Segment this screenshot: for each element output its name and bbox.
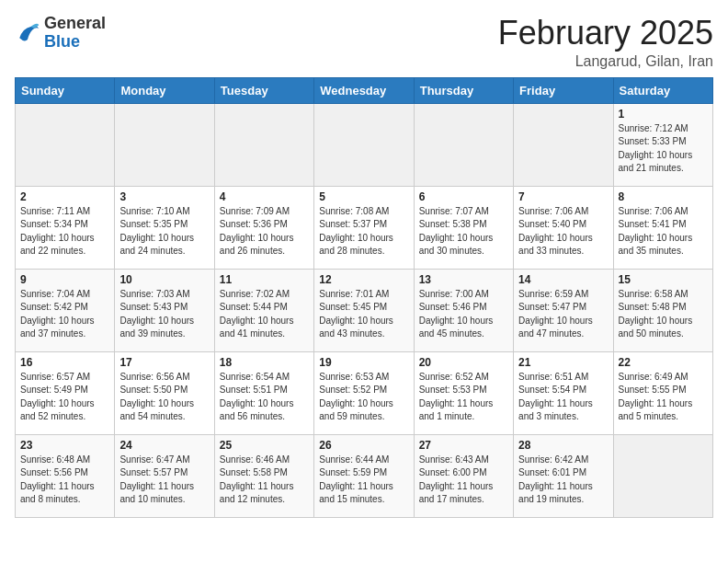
day-info: Sunrise: 7:07 AM Sunset: 5:38 PM Dayligh… (419, 205, 508, 259)
calendar-cell (414, 103, 513, 186)
week-row-5: 23Sunrise: 6:48 AM Sunset: 5:56 PM Dayli… (16, 434, 713, 517)
week-row-2: 2Sunrise: 7:11 AM Sunset: 5:34 PM Daylig… (16, 186, 713, 269)
calendar-cell (514, 103, 613, 186)
day-number: 5 (319, 190, 408, 203)
calendar-cell: 5Sunrise: 7:08 AM Sunset: 5:37 PM Daylig… (314, 186, 414, 269)
day-info: Sunrise: 6:51 AM Sunset: 5:54 PM Dayligh… (518, 371, 608, 424)
day-info: Sunrise: 6:44 AM Sunset: 5:59 PM Dayligh… (319, 454, 408, 507)
day-number: 2 (20, 190, 109, 203)
calendar-cell: 12Sunrise: 7:01 AM Sunset: 5:45 PM Dayli… (314, 269, 414, 351)
day-info: Sunrise: 7:04 AM Sunset: 5:42 PM Dayligh… (20, 288, 109, 341)
day-info: Sunrise: 7:06 AM Sunset: 5:40 PM Dayligh… (518, 205, 608, 259)
day-info: Sunrise: 6:49 AM Sunset: 5:55 PM Dayligh… (619, 371, 708, 424)
calendar-cell: 9Sunrise: 7:04 AM Sunset: 5:42 PM Daylig… (16, 269, 115, 351)
day-info: Sunrise: 7:12 AM Sunset: 5:33 PM Dayligh… (619, 122, 708, 176)
calendar-cell (115, 103, 214, 186)
day-info: Sunrise: 6:52 AM Sunset: 5:53 PM Dayligh… (419, 371, 508, 424)
calendar-cell: 13Sunrise: 7:00 AM Sunset: 5:46 PM Dayli… (414, 269, 513, 351)
day-number: 25 (220, 439, 309, 452)
day-info: Sunrise: 6:54 AM Sunset: 5:51 PM Dayligh… (220, 371, 309, 424)
day-info: Sunrise: 7:00 AM Sunset: 5:46 PM Dayligh… (419, 288, 508, 341)
calendar-cell: 19Sunrise: 6:53 AM Sunset: 5:52 PM Dayli… (314, 351, 414, 434)
month-year-title: February 2025 (498, 15, 713, 52)
calendar-cell: 17Sunrise: 6:56 AM Sunset: 5:50 PM Dayli… (115, 351, 214, 434)
calendar-cell: 18Sunrise: 6:54 AM Sunset: 5:51 PM Dayli… (214, 351, 313, 434)
logo-bird-icon (15, 20, 40, 46)
calendar-cell: 4Sunrise: 7:09 AM Sunset: 5:36 PM Daylig… (214, 186, 313, 269)
header-sunday: Sunday (16, 77, 115, 103)
day-info: Sunrise: 6:58 AM Sunset: 5:48 PM Dayligh… (619, 288, 708, 341)
calendar-cell: 22Sunrise: 6:49 AM Sunset: 5:55 PM Dayli… (613, 351, 712, 434)
calendar-cell: 10Sunrise: 7:03 AM Sunset: 5:43 PM Dayli… (115, 269, 214, 351)
calendar-cell: 11Sunrise: 7:02 AM Sunset: 5:44 PM Dayli… (214, 269, 313, 351)
header-saturday: Saturday (613, 77, 712, 103)
title-block: February 2025 Langarud, Gilan, Iran (498, 15, 713, 70)
calendar-cell: 6Sunrise: 7:07 AM Sunset: 5:38 PM Daylig… (414, 186, 513, 269)
calendar-header-row: SundayMondayTuesdayWednesdayThursdayFrid… (16, 77, 713, 103)
day-number: 10 (119, 273, 209, 286)
day-info: Sunrise: 7:10 AM Sunset: 5:35 PM Dayligh… (119, 205, 209, 259)
calendar-cell: 23Sunrise: 6:48 AM Sunset: 5:56 PM Dayli… (16, 434, 115, 517)
day-number: 22 (619, 356, 708, 369)
calendar-table: SundayMondayTuesdayWednesdayThursdayFrid… (15, 77, 713, 518)
header-thursday: Thursday (414, 77, 513, 103)
calendar-cell (314, 103, 414, 186)
week-row-1: 1Sunrise: 7:12 AM Sunset: 5:33 PM Daylig… (16, 103, 713, 186)
day-info: Sunrise: 6:47 AM Sunset: 5:57 PM Dayligh… (119, 454, 209, 507)
day-number: 12 (319, 273, 408, 286)
day-info: Sunrise: 6:43 AM Sunset: 6:00 PM Dayligh… (419, 454, 508, 507)
day-info: Sunrise: 7:06 AM Sunset: 5:41 PM Dayligh… (619, 205, 708, 259)
day-number: 19 (319, 356, 408, 369)
calendar-cell: 27Sunrise: 6:43 AM Sunset: 6:00 PM Dayli… (414, 434, 513, 517)
day-info: Sunrise: 7:01 AM Sunset: 5:45 PM Dayligh… (319, 288, 408, 341)
day-info: Sunrise: 6:46 AM Sunset: 5:58 PM Dayligh… (220, 454, 309, 507)
header-friday: Friday (514, 77, 613, 103)
day-number: 18 (220, 356, 309, 369)
calendar-cell: 24Sunrise: 6:47 AM Sunset: 5:57 PM Dayli… (115, 434, 214, 517)
calendar-cell (613, 434, 712, 517)
day-number: 26 (319, 439, 408, 452)
week-row-4: 16Sunrise: 6:57 AM Sunset: 5:49 PM Dayli… (16, 351, 713, 434)
day-info: Sunrise: 7:02 AM Sunset: 5:44 PM Dayligh… (220, 288, 309, 341)
calendar-cell (214, 103, 313, 186)
day-info: Sunrise: 6:59 AM Sunset: 5:47 PM Dayligh… (518, 288, 608, 341)
calendar-cell: 2Sunrise: 7:11 AM Sunset: 5:34 PM Daylig… (16, 186, 115, 269)
calendar-cell: 20Sunrise: 6:52 AM Sunset: 5:53 PM Dayli… (414, 351, 513, 434)
day-number: 9 (20, 273, 109, 286)
calendar-cell: 16Sunrise: 6:57 AM Sunset: 5:49 PM Dayli… (16, 351, 115, 434)
day-number: 1 (619, 108, 708, 121)
day-number: 14 (518, 273, 608, 286)
day-number: 6 (419, 190, 508, 203)
header-wednesday: Wednesday (314, 77, 414, 103)
day-info: Sunrise: 6:48 AM Sunset: 5:56 PM Dayligh… (20, 454, 109, 507)
page-header: General Blue February 2025 Langarud, Gil… (15, 15, 713, 70)
day-number: 23 (20, 439, 109, 452)
header-monday: Monday (115, 77, 214, 103)
logo-text: General Blue (44, 15, 106, 52)
day-number: 16 (20, 356, 109, 369)
calendar-cell (16, 103, 115, 186)
day-info: Sunrise: 6:42 AM Sunset: 6:01 PM Dayligh… (518, 454, 608, 507)
calendar-cell: 7Sunrise: 7:06 AM Sunset: 5:40 PM Daylig… (514, 186, 613, 269)
logo: General Blue (15, 15, 106, 52)
day-number: 4 (220, 190, 309, 203)
day-info: Sunrise: 6:57 AM Sunset: 5:49 PM Dayligh… (20, 371, 109, 424)
week-row-3: 9Sunrise: 7:04 AM Sunset: 5:42 PM Daylig… (16, 269, 713, 351)
calendar-cell: 25Sunrise: 6:46 AM Sunset: 5:58 PM Dayli… (214, 434, 313, 517)
calendar-cell: 21Sunrise: 6:51 AM Sunset: 5:54 PM Dayli… (514, 351, 613, 434)
day-number: 28 (518, 439, 608, 452)
day-number: 24 (119, 439, 209, 452)
calendar-cell: 26Sunrise: 6:44 AM Sunset: 5:59 PM Dayli… (314, 434, 414, 517)
calendar-cell: 14Sunrise: 6:59 AM Sunset: 5:47 PM Dayli… (514, 269, 613, 351)
day-number: 7 (518, 190, 608, 203)
day-number: 3 (119, 190, 209, 203)
calendar-cell: 28Sunrise: 6:42 AM Sunset: 6:01 PM Dayli… (514, 434, 613, 517)
day-info: Sunrise: 7:11 AM Sunset: 5:34 PM Dayligh… (20, 205, 109, 259)
day-info: Sunrise: 6:53 AM Sunset: 5:52 PM Dayligh… (319, 371, 408, 424)
day-info: Sunrise: 7:08 AM Sunset: 5:37 PM Dayligh… (319, 205, 408, 259)
calendar-cell: 1Sunrise: 7:12 AM Sunset: 5:33 PM Daylig… (613, 103, 712, 186)
day-number: 15 (619, 273, 708, 286)
day-number: 21 (518, 356, 608, 369)
day-info: Sunrise: 6:56 AM Sunset: 5:50 PM Dayligh… (119, 371, 209, 424)
header-tuesday: Tuesday (214, 77, 313, 103)
